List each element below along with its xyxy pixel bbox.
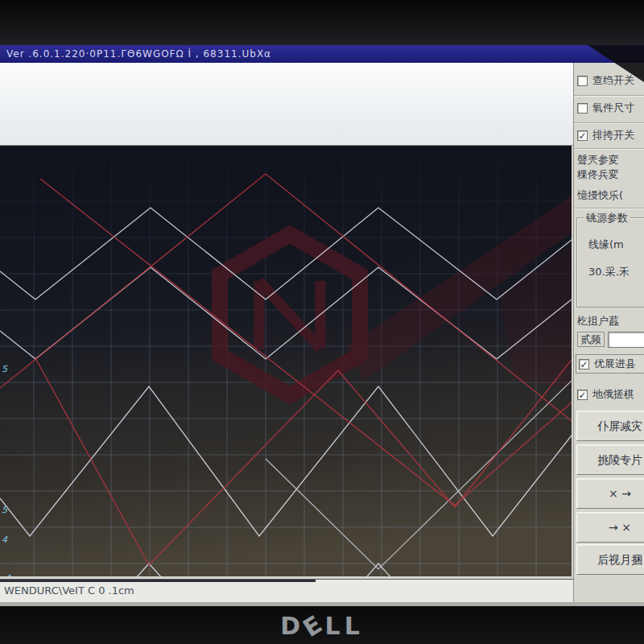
status-text: WENDURC\VeIT C 0 .1cm [4,584,134,597]
checkbox-label: 优展进县 [594,357,636,371]
info-label-line2: 稞佟兵変 [577,167,644,182]
checkbox-label: 查绉开关 [592,73,634,88]
group-row-2: 30.采.禾 [588,265,630,279]
info-label-line1: 聲兲参変 [577,153,644,167]
mid-label: 杚抯户藞 [577,314,644,328]
panel-button-arrow-left[interactable]: → × [576,512,644,543]
frequency-input[interactable] [608,332,644,348]
waveform-canvas: 5544 [0,146,572,576]
checkbox-icon[interactable] [577,103,588,114]
frequency-row: 贰频 [577,332,644,348]
channel-marker: 4 [5,573,11,576]
divider [574,208,644,209]
source-params-group: 铫源参数 线缘(m 30.采.禾 [576,217,644,308]
checkbox-row-5[interactable]: ✓ 地俄搓棋 [577,385,644,404]
window-title-bar: Ver .6.0.1.220·0P11.ΓΘ6WGOFΩ Í , 68311.U… [0,45,644,63]
screen: Ver .6.0.1.220·0P11.ΓΘ6WGOFΩ Í , 68311.U… [0,45,644,606]
panel-button-arrow-right[interactable]: × → [576,478,644,509]
divider [574,95,644,97]
window-title: Ver .6.0.1.220·0P11.ΓΘ6WGOFΩ Í , 68311.U… [6,48,271,60]
toolbar-area[interactable] [0,63,573,146]
plot-top-shade [0,146,572,576]
checkbox-icon[interactable]: ✓ [577,130,588,141]
divider [574,148,644,150]
group-row-1: 线缘(m [588,237,624,252]
divider [574,122,644,124]
checkbox-label: 氧件尺寸 [592,101,634,115]
checkbox-row-3[interactable]: ✓ 排挎开关 [577,126,644,145]
monitor-photo: Ver .6.0.1.220·0P11.ΓΘ6WGOFΩ Í , 68311.U… [0,0,644,644]
checkbox-row-4[interactable]: ✓ 优展进县 [576,354,644,374]
channel-marker: 5 [2,364,8,374]
checkbox-row-2[interactable]: 氧件尺寸 [577,98,644,118]
checkbox-icon[interactable] [577,76,588,86]
channel-marker: 5 [2,505,8,515]
checkbox-icon[interactable]: ✓ [579,359,589,369]
checkbox-label: 地俄搓棋 [592,387,634,402]
fade-label: 憶摱怏乐( [577,188,644,203]
checkbox-icon[interactable]: ✓ [577,390,588,400]
channel-marker: 4 [2,535,8,545]
panel-button-2[interactable]: 挑陵专片 [576,444,644,475]
status-bar: WENDURC\VeIT C 0 .1cm [0,579,573,602]
frequency-label: 贰频 [577,332,605,347]
checkbox-label: 排挎开关 [592,128,634,142]
monitor-bezel-top [0,0,644,45]
control-panel: 查绉开关 氧件尺寸 ✓ 排挎开关 聲兲参変 稞佟兵変 憶摱怏乐( 铫源参数 线缘… [573,63,644,602]
waveform-plot[interactable]: 5544 [0,146,572,576]
plot-bottom-rule [0,580,316,582]
group-title: 铫源参数 [584,211,630,225]
panel-button-5[interactable]: 后视月捆 [576,544,644,575]
panel-button-1[interactable]: 仆屏减灾 [576,411,644,441]
dell-logo: DELL [0,612,644,640]
